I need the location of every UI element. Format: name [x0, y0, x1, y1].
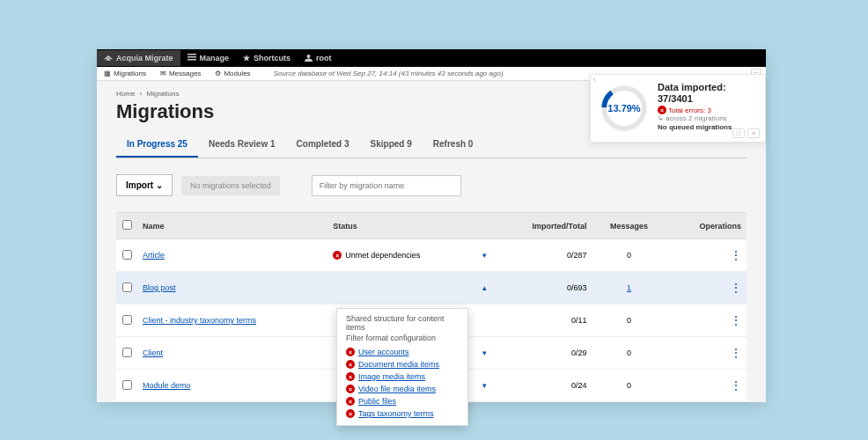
status-dropdown: Shared structure for content items Filte… — [336, 308, 468, 426]
stats-collapse-icon[interactable]: ↖ — [592, 77, 597, 83]
manage-menu[interactable]: Manage — [180, 50, 237, 66]
filter-input[interactable] — [312, 175, 461, 196]
stats-pct: 13.79% — [607, 103, 640, 114]
dropdown-subheading: Filter format configuration — [346, 334, 459, 342]
expand-toggle[interactable]: ▴ — [482, 283, 487, 292]
dropdown-item-label: Video file media items — [358, 385, 436, 393]
row-operations-menu[interactable]: ⋮ — [730, 378, 741, 392]
nav-migrations[interactable]: ▦ Migrations — [97, 68, 153, 79]
svg-point-3 — [307, 55, 311, 58]
row-operations-menu[interactable]: ⋮ — [730, 313, 741, 327]
source-db-label: Source database of Wed Sep 27, 14:14 (43… — [274, 70, 504, 77]
migration-name-link[interactable]: Client — [143, 348, 163, 357]
stats-action-2[interactable]: ≡ — [747, 128, 760, 138]
stats-errors[interactable]: × Total errors: 3 — [658, 106, 758, 114]
row-operations-menu[interactable]: ⋮ — [730, 281, 741, 295]
error-icon: × — [658, 106, 666, 114]
migration-name-link[interactable]: Client - industry taxonomy terms — [143, 316, 256, 325]
status-text: Unmet dependencies — [345, 251, 420, 260]
stats-title: Data imported: 37/3401 — [658, 82, 758, 105]
nav-modules[interactable]: ⚙ Modules — [208, 68, 257, 79]
nav-modules-label: Modules — [224, 70, 250, 77]
dropdown-item-label: User accounts — [358, 348, 409, 356]
nav-migrations-label: Migrations — [114, 70, 146, 77]
action-toolbar: Import ⌄ No migrations selected — [116, 174, 747, 196]
messages-count: 0 — [627, 381, 631, 390]
row-checkbox[interactable] — [122, 282, 132, 292]
row-checkbox[interactable] — [122, 315, 132, 325]
breadcrumb-home[interactable]: Home — [116, 90, 135, 98]
dropdown-item[interactable]: ×Video file media items — [346, 383, 459, 395]
chevron-down-icon: ⌄ — [156, 180, 163, 190]
error-icon: × — [346, 385, 355, 393]
dropdown-item[interactable]: ×User accounts — [346, 346, 459, 358]
expand-toggle[interactable]: ▾ — [482, 348, 487, 357]
brand-logo[interactable]: Acquia Migrate — [97, 50, 180, 66]
imported-cell: 0/24 — [492, 370, 592, 402]
mail-icon: ✉ — [160, 70, 166, 77]
row-operations-menu[interactable]: ⋮ — [730, 248, 741, 262]
col-imported[interactable]: Imported/Total — [492, 213, 592, 239]
tab-skipped[interactable]: Skipped 9 — [360, 132, 423, 158]
acquia-icon — [104, 55, 113, 62]
col-operations: Operations — [666, 213, 747, 239]
menu-icon — [188, 54, 196, 62]
migration-name-link[interactable]: Article — [143, 251, 165, 260]
dropdown-item-label: Image media items — [358, 372, 425, 381]
col-status[interactable]: Status — [327, 213, 492, 239]
messages-count: 0 — [627, 348, 631, 357]
admin-toolbar: Acquia Migrate Manage ★ Shortcuts root — [97, 49, 766, 67]
import-button[interactable]: Import ⌄ — [116, 174, 173, 196]
error-icon: × — [346, 360, 355, 369]
migration-name-link[interactable]: Blog post — [143, 283, 176, 292]
module-icon: ⚙ — [215, 70, 221, 77]
messages-count: 0 — [627, 251, 631, 260]
row-checkbox[interactable] — [122, 380, 132, 390]
migration-name-link[interactable]: Module demo — [143, 381, 191, 390]
stats-card: ↖ 13.79% Data imported: 37/3401 × Total … — [590, 74, 766, 143]
dropdown-item-label: Tags taxonomy terms — [358, 409, 434, 418]
table-row: Blog post ▴ 0/693 1 ⋮ — [116, 272, 747, 304]
row-checkbox[interactable] — [122, 348, 132, 357]
imported-cell: 0/693 — [492, 272, 592, 304]
nav-messages[interactable]: ✉ Messages — [153, 68, 208, 79]
error-icon: × — [346, 372, 355, 381]
dropdown-item[interactable]: ×Document media items — [346, 358, 459, 370]
svg-rect-1 — [188, 56, 196, 58]
brand-label: Acquia Migrate — [116, 54, 173, 62]
row-operations-menu[interactable]: ⋮ — [730, 346, 741, 360]
imported-cell: 0/29 — [492, 337, 592, 370]
tab-needs-review[interactable]: Needs Review 1 — [198, 132, 286, 158]
shortcuts-menu[interactable]: ★ Shortcuts — [236, 50, 298, 66]
stats-across: ↳ across 2 migrations — [658, 114, 758, 122]
breadcrumb-current: Migrations — [146, 90, 179, 98]
error-icon: × — [346, 348, 355, 356]
error-icon: × — [346, 397, 355, 406]
shortcuts-label: Shortcuts — [254, 54, 291, 62]
tab-completed[interactable]: Completed 3 — [286, 132, 360, 158]
user-menu[interactable]: root — [298, 50, 339, 67]
nav-messages-label: Messages — [169, 70, 201, 77]
messages-link[interactable]: 1 — [627, 283, 631, 292]
imported-cell: 0/287 — [492, 239, 592, 272]
svg-rect-0 — [188, 54, 196, 55]
manage-label: Manage — [200, 54, 230, 62]
table-row: Article ×Unmet dependencies▾ 0/287 0 ⋮ — [116, 239, 747, 272]
tab-in-progress[interactable]: In Progress 25 — [116, 132, 198, 158]
tab-refresh[interactable]: Refresh 0 — [423, 132, 484, 158]
row-checkbox[interactable] — [122, 250, 132, 260]
error-icon: × — [346, 409, 355, 418]
col-messages[interactable]: Messages — [592, 213, 666, 239]
stats-action-1[interactable]: □ — [732, 128, 745, 138]
stats-donut: 13.79% — [598, 82, 651, 135]
expand-toggle[interactable]: ▾ — [482, 381, 487, 390]
dropdown-item[interactable]: ×Public files — [346, 395, 459, 407]
expand-toggle[interactable]: ▾ — [482, 251, 487, 260]
dropdown-item[interactable]: ×Tags taxonomy terms — [346, 407, 459, 420]
dropdown-item[interactable]: ×Image media items — [346, 370, 459, 383]
user-label: root — [316, 54, 332, 62]
col-name[interactable]: Name — [137, 213, 327, 239]
dropdown-item-label: Document media items — [358, 360, 439, 369]
select-all-checkbox[interactable] — [122, 220, 132, 230]
dropdown-heading: Shared structure for content items — [346, 314, 459, 332]
